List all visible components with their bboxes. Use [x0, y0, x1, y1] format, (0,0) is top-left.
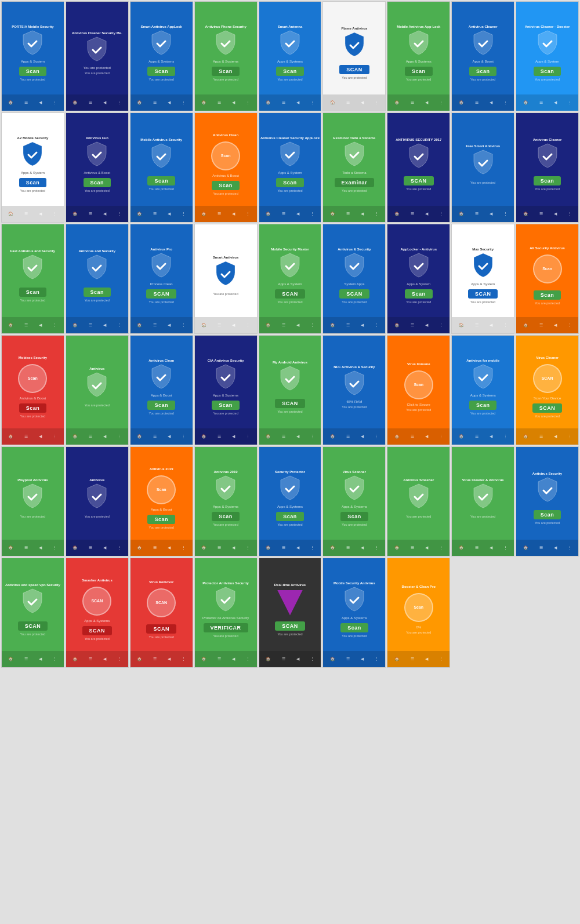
app-card[interactable]: ▲▲ 📶 Mobisec Security Scan Antivirus & B… — [1, 335, 64, 445]
menu-icon[interactable]: ⋮ — [375, 323, 379, 328]
scan-button[interactable]: Scan — [212, 67, 240, 76]
menu-icon[interactable]: ⋮ — [439, 323, 443, 328]
home-icon[interactable]: 🏠 — [201, 100, 206, 105]
list-icon[interactable]: ☰ — [539, 545, 543, 550]
list-icon[interactable]: ☰ — [475, 545, 478, 550]
home-icon[interactable]: 🏠 — [394, 212, 400, 216]
scan-button[interactable]: SCAN — [146, 624, 176, 634]
list-icon[interactable]: ☰ — [217, 434, 221, 439]
menu-icon[interactable]: ⋮ — [53, 323, 57, 328]
app-card[interactable]: ▲▲ 📶 NFC Antivirus & Security 65% RAMYou… — [322, 335, 386, 445]
home-icon[interactable]: 🏠 — [330, 100, 335, 105]
app-card[interactable]: ▲▲ 📶 Antivirus Security ScanYou are prot… — [516, 446, 579, 556]
menu-icon[interactable]: ⋮ — [246, 100, 250, 105]
menu-icon[interactable]: ⋮ — [182, 657, 186, 661]
home-icon[interactable]: 🏠 — [266, 100, 271, 105]
app-card[interactable]: ▲▲ 📶 Virus Scanner Apps & SystemsScanYou… — [322, 446, 386, 556]
app-card[interactable]: ▲▲ 📶 Flame Antivirus SCANYou are protect… — [322, 1, 386, 111]
scan-button[interactable]: SCAN — [532, 403, 563, 413]
app-card[interactable]: ▲▲ 📶 Mobile Antivirus App Lock Apps & Sy… — [387, 1, 450, 111]
scan-button[interactable]: Scan — [19, 403, 47, 413]
menu-icon[interactable]: ⋮ — [568, 434, 572, 439]
app-card[interactable]: ▲▲ 📶 Antivirus and Security ScanYou are … — [66, 224, 129, 334]
menu-icon[interactable]: ⋮ — [568, 212, 572, 216]
scan-button[interactable]: Scan — [212, 512, 240, 521]
home-icon[interactable]: 🏠 — [137, 100, 142, 105]
list-icon[interactable]: ☰ — [24, 657, 28, 661]
list-icon[interactable]: ☰ — [24, 434, 28, 439]
list-icon[interactable]: ☰ — [346, 434, 350, 439]
home-icon[interactable]: 🏠 — [523, 212, 528, 216]
menu-icon[interactable]: ⋮ — [439, 545, 443, 550]
menu-icon[interactable]: ⋮ — [246, 657, 250, 661]
back-icon[interactable]: ◀ — [361, 434, 364, 439]
app-card[interactable]: ▲▲ 📶 Virus Immune Scan Click to SecureYo… — [387, 335, 450, 445]
home-icon[interactable]: 🏠 — [394, 434, 400, 439]
list-icon[interactable]: ☰ — [475, 100, 478, 105]
back-icon[interactable]: ◀ — [490, 434, 492, 439]
list-icon[interactable]: ☰ — [411, 434, 414, 439]
list-icon[interactable]: ☰ — [153, 545, 157, 550]
app-card[interactable]: ▲▲ 📶 Booster & Clean Pro Scan 0%You are … — [387, 558, 450, 668]
back-icon[interactable]: ◀ — [425, 323, 428, 328]
back-icon[interactable]: ◀ — [425, 434, 428, 439]
scan-button[interactable]: Scan — [147, 176, 175, 185]
app-card[interactable]: ▲▲ 📶 Smasher Antivirus SCAN Apps & Syste… — [66, 558, 129, 668]
back-icon[interactable]: ◀ — [232, 434, 235, 439]
home-icon[interactable]: 🏠 — [330, 545, 335, 550]
list-icon[interactable]: ☰ — [153, 657, 157, 661]
back-icon[interactable]: ◀ — [39, 657, 42, 661]
list-icon[interactable]: ☰ — [217, 545, 221, 550]
menu-icon[interactable]: ⋮ — [375, 212, 379, 216]
list-icon[interactable]: ☰ — [346, 100, 350, 105]
list-icon[interactable]: ☰ — [89, 657, 92, 661]
app-card[interactable]: ▲▲ 📶 Mobile Security Master Apps & Syste… — [259, 224, 322, 334]
scan-button[interactable]: SCAN — [339, 289, 369, 299]
list-icon[interactable]: ☰ — [153, 323, 157, 328]
home-icon[interactable]: 🏠 — [523, 100, 528, 105]
list-icon[interactable]: ☰ — [411, 212, 414, 216]
list-icon[interactable]: ☰ — [346, 657, 350, 661]
back-icon[interactable]: ◀ — [168, 545, 171, 550]
scan-button[interactable]: Scan — [19, 178, 47, 187]
back-icon[interactable]: ◀ — [490, 100, 492, 105]
home-icon[interactable]: 🏠 — [459, 545, 464, 550]
back-icon[interactable]: ◀ — [296, 212, 299, 216]
list-icon[interactable]: ☰ — [153, 100, 157, 105]
list-icon[interactable]: ☰ — [24, 545, 28, 550]
scan-button[interactable]: Scan — [276, 512, 304, 521]
back-icon[interactable]: ◀ — [103, 323, 106, 328]
home-icon[interactable]: 🏠 — [330, 434, 335, 439]
menu-icon[interactable]: ⋮ — [182, 212, 186, 216]
app-card[interactable]: ▲▲ 📶 Smart Antivirus You are protected 🏠… — [194, 224, 258, 334]
menu-icon[interactable]: ⋮ — [439, 657, 443, 661]
list-icon[interactable]: ☰ — [346, 212, 350, 216]
menu-icon[interactable]: ⋮ — [310, 657, 314, 661]
list-icon[interactable]: ☰ — [89, 434, 92, 439]
back-icon[interactable]: ◀ — [361, 545, 364, 550]
home-icon[interactable]: 🏠 — [72, 545, 78, 550]
menu-icon[interactable]: ⋮ — [310, 323, 314, 328]
list-icon[interactable]: ☰ — [282, 434, 285, 439]
back-icon[interactable]: ◀ — [554, 434, 557, 439]
app-card[interactable]: ▲▲ 📶 Antivirus 2019 Apps & SystemsScanYo… — [194, 446, 258, 556]
back-icon[interactable]: ◀ — [296, 434, 299, 439]
back-icon[interactable]: ◀ — [39, 212, 42, 216]
scan-button[interactable]: Scan — [19, 288, 47, 297]
home-icon[interactable]: 🏠 — [137, 657, 142, 661]
scan-button[interactable]: SCAN — [275, 289, 305, 299]
app-card[interactable]: ▲▲ 📶 Max Security Apps & SystemSCANYou a… — [451, 224, 514, 334]
list-icon[interactable]: ☰ — [411, 100, 414, 105]
back-icon[interactable]: ◀ — [361, 323, 364, 328]
scan-button[interactable]: Scan — [534, 176, 561, 185]
back-icon[interactable]: ◀ — [168, 323, 171, 328]
app-card[interactable]: ▲▲ 📶 Antivirus and speed vpn Security SC… — [1, 558, 64, 668]
list-icon[interactable]: ☰ — [153, 212, 157, 216]
list-icon[interactable]: ☰ — [282, 657, 285, 661]
home-icon[interactable]: 🏠 — [394, 100, 400, 105]
list-icon[interactable]: ☰ — [89, 100, 92, 105]
home-icon[interactable]: 🏠 — [394, 657, 400, 661]
scan-button[interactable]: Scan — [19, 67, 47, 76]
scan-button[interactable]: Scan — [534, 67, 561, 76]
home-icon[interactable]: 🏠 — [330, 657, 335, 661]
